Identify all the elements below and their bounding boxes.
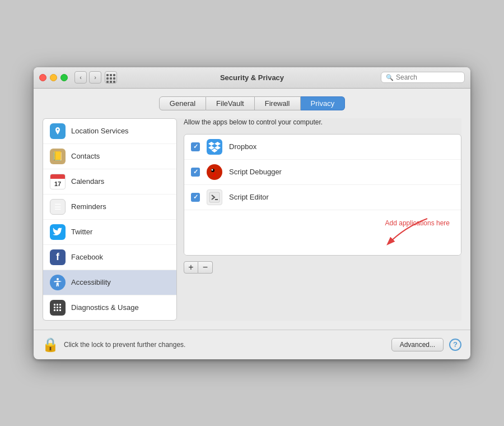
diagnostics-icon: [50, 300, 66, 316]
reminders-icon: ☰: [50, 199, 66, 215]
svg-rect-3: [59, 304, 61, 305]
tab-bar: General FileVault Firewall Privacy: [43, 96, 461, 110]
script-debugger-icon: [207, 164, 222, 180]
svg-rect-1: [54, 304, 55, 305]
sidebar-item-accessibility[interactable]: Accessibility: [43, 270, 176, 295]
minimize-button[interactable]: [50, 74, 57, 81]
script-editor-icon: [207, 189, 222, 205]
dropbox-checkbox[interactable]: [191, 142, 200, 151]
system-preferences-window: ‹ › Security & Privacy 🔍 General FileVau…: [34, 67, 470, 359]
accessibility-icon: [50, 275, 66, 290]
tab-general[interactable]: General: [159, 96, 206, 110]
panel-description: Allow the apps below to control your com…: [184, 118, 461, 126]
app-name-script-editor: Script Editor: [229, 193, 269, 201]
sidebar-item-diagnostics[interactable]: Diagnostics & Usage: [43, 295, 176, 320]
sidebar-label-location: Location Services: [71, 127, 129, 135]
contacts-icon: 📒: [50, 149, 66, 164]
svg-rect-2: [57, 304, 58, 305]
titlebar: ‹ › Security & Privacy 🔍: [34, 67, 470, 89]
add-app-button[interactable]: +: [184, 261, 198, 274]
tab-filevault[interactable]: FileVault: [206, 96, 255, 110]
sidebar-item-facebook[interactable]: f Facebook: [43, 245, 176, 270]
dropbox-icon: [207, 139, 222, 155]
search-icon: 🔍: [386, 74, 394, 81]
app-name-script-debugger: Script Debugger: [229, 168, 282, 176]
svg-point-12: [212, 169, 213, 170]
app-name-dropbox: Dropbox: [229, 142, 256, 151]
window-title: Security & Privacy: [220, 73, 284, 82]
sidebar-item-location[interactable]: Location Services: [43, 119, 176, 144]
sidebar-item-contacts[interactable]: 📒 Contacts: [43, 144, 176, 169]
tab-firewall[interactable]: Firewall: [255, 96, 301, 110]
sidebar-label-accessibility: Accessibility: [71, 278, 111, 286]
svg-rect-7: [54, 309, 55, 311]
traffic-lights: [39, 74, 68, 81]
lock-glyph: 🔒: [42, 337, 59, 353]
nav-buttons: ‹ ›: [74, 71, 101, 84]
sidebar-label-contacts: Contacts: [71, 152, 100, 160]
calendars-icon: 17: [50, 174, 66, 189]
search-bar[interactable]: 🔍: [381, 72, 465, 83]
twitter-icon: [50, 224, 66, 240]
svg-rect-9: [59, 309, 61, 311]
svg-rect-8: [57, 309, 58, 311]
location-icon: [50, 123, 66, 139]
sidebar-label-calendars: Calendars: [71, 177, 104, 186]
sidebar: Location Services 📒 Contacts 17 Calendar…: [43, 118, 177, 321]
table-row: Dropbox: [184, 135, 461, 160]
add-remove-buttons: + −: [184, 261, 461, 274]
sidebar-item-reminders[interactable]: ☰ Reminders: [43, 195, 176, 220]
sidebar-label-diagnostics: Diagnostics & Usage: [71, 303, 139, 312]
advanced-button[interactable]: Advanced...: [391, 338, 444, 351]
lock-text: Click the lock to prevent further change…: [64, 341, 386, 349]
sidebar-label-facebook: Facebook: [71, 253, 103, 261]
svg-point-0: [57, 278, 59, 280]
annotation-arrow: [371, 216, 438, 249]
script-debugger-checkbox[interactable]: [191, 168, 200, 177]
main-panel: Location Services 📒 Contacts 17 Calendar…: [43, 118, 461, 321]
close-button[interactable]: [39, 74, 46, 81]
empty-drop-area: Add applications here: [184, 210, 461, 255]
bottom-bar: 🔒 Click the lock to prevent further chan…: [34, 330, 470, 359]
table-row: Script Debugger: [184, 160, 461, 185]
facebook-icon: f: [50, 249, 66, 265]
svg-point-10: [208, 166, 221, 178]
sidebar-label-twitter: Twitter: [71, 228, 92, 236]
grid-button[interactable]: [105, 71, 117, 84]
remove-app-button[interactable]: −: [198, 261, 213, 274]
sidebar-item-calendars[interactable]: 17 Calendars: [43, 169, 176, 195]
table-row: Script Editor: [184, 185, 461, 210]
apps-list: Dropbox Script Debugger: [184, 134, 461, 256]
content-area: General FileVault Firewall Privacy Locat…: [34, 89, 470, 330]
lock-icon[interactable]: 🔒: [43, 337, 58, 353]
tab-privacy[interactable]: Privacy: [301, 96, 346, 110]
svg-rect-6: [59, 307, 61, 308]
script-editor-checkbox[interactable]: [191, 193, 200, 202]
svg-rect-5: [57, 307, 58, 308]
right-panel: Allow the apps below to control your com…: [184, 118, 461, 321]
back-button[interactable]: ‹: [74, 71, 87, 84]
sidebar-item-twitter[interactable]: Twitter: [43, 220, 176, 245]
search-input[interactable]: [396, 73, 460, 81]
maximize-button[interactable]: [60, 74, 68, 81]
sidebar-label-reminders: Reminders: [71, 202, 106, 211]
help-button[interactable]: ?: [449, 339, 461, 351]
forward-button[interactable]: ›: [89, 71, 101, 84]
svg-rect-4: [54, 307, 55, 308]
